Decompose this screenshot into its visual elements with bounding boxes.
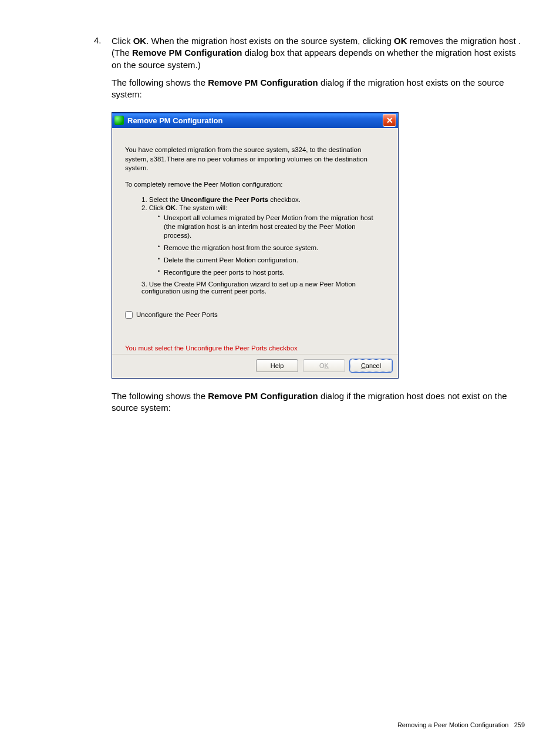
bold-ok: OK [394,36,407,46]
dialog-subhead: To completely remove the Peer Motion con… [125,180,385,190]
page-number: 259 [514,721,525,728]
validation-hint: You must select the Unconfigure the Peer… [125,341,385,354]
dialog-intro: You have completed migration from the so… [125,146,385,173]
text: checkbox. [268,196,301,203]
bold-dialog-name: Remove PM Configuration [208,391,318,401]
text: O [319,362,325,369]
ok-button: OK [303,359,345,372]
text: The following shows the [112,391,208,401]
step-number: 4. [94,35,102,45]
list-item: 3. Use the Create PM Configuration wizar… [141,281,385,295]
dialog-body: You have completed migration from the so… [112,128,398,341]
unconfigure-peer-ports-checkbox[interactable] [125,311,133,319]
step-body: Click OK. When the migration host exists… [112,35,525,100]
bullet-item: Remove the migration host from the sourc… [158,244,385,252]
checkbox-label: Unconfigure the Peer Ports [136,311,218,318]
text: C [361,362,366,369]
page-footer: Removing a Peer Motion Configuration 259 [397,721,525,728]
text: The following shows the [112,77,208,87]
close-icon: ✕ [386,116,393,125]
cancel-button[interactable]: Cancel [350,359,392,372]
titlebar[interactable]: Remove PM Configuration ✕ [112,113,398,128]
dialog-title: Remove PM Configuration [127,116,383,125]
bold: Unconfigure the Peer Ports [181,196,268,203]
bullet-item: Reconfigure the peer ports to host ports… [158,268,385,277]
bullet-item: Delete the current Peer Motion configura… [158,256,385,265]
unconfigure-peer-ports-checkbox-row[interactable]: Unconfigure the Peer Ports [125,311,385,319]
after-text: The following shows the Remove PM Config… [112,390,525,414]
bold-dialog-name: Remove PM Configuration [208,77,318,87]
bold-dialog-name: Remove PM Configuration [132,48,242,58]
dialog-footer: Help OK Cancel [112,354,398,378]
help-button[interactable]: Help [256,359,298,372]
text: . When the migration host exists on the … [146,36,394,46]
list-item: 1. Select the Unconfigure the Peer Ports… [141,196,385,203]
footer-text: Removing a Peer Motion Configuration [397,721,509,728]
text: . The system will: [176,204,227,211]
text: 2. Click [141,204,166,211]
text: K [325,362,329,369]
list-item: 2. Click OK. The system will: [141,204,385,211]
app-icon [114,116,124,125]
dialog-remove-pm-configuration: Remove PM Configuration ✕ You have compl… [112,112,399,379]
text: ancel [366,362,381,369]
text: Click [112,36,133,46]
bold: OK [166,204,176,211]
bold-ok: OK [133,36,147,46]
text: 1. Select the [141,196,181,203]
close-button[interactable]: ✕ [383,114,396,127]
bullet-item: Unexport all volumes migrated by Peer Mo… [158,214,385,240]
